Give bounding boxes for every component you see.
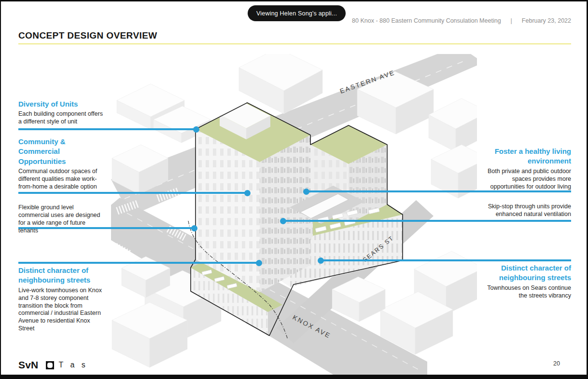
leader-dot-skip-stop [280, 218, 286, 224]
annotation-heading: Distinct character of neighbouring stree… [18, 266, 105, 285]
meeting-date: February 23, 2022 [522, 17, 571, 24]
annotation-body: Skip-stop through units provide enhanced… [483, 203, 571, 218]
leader-dot-distinct-sears [318, 257, 324, 264]
window-border-bottom [0, 375, 588, 379]
header-separator: | [511, 17, 512, 24]
footer-logos: SvN T a s [18, 359, 88, 371]
tas-logo: T a s [46, 361, 87, 369]
annotation-heading: Distinct character of neighbouring stree… [483, 263, 571, 283]
annotation-body: Both private and public outdoor spaces p… [483, 168, 571, 191]
leader-dot-community [244, 190, 251, 196]
annotation-body: Each building component offers a differe… [18, 110, 103, 126]
annotation-flexible-ground-level: Flexible ground level commercial uses ar… [18, 204, 106, 235]
annotation-body: Flexible ground level commercial uses ar… [18, 204, 106, 235]
annotation-diversity-of-units: Diversity of Units Each building compone… [18, 99, 103, 126]
leader-dot-healthy-living [303, 189, 309, 195]
tas-square-icon [46, 361, 54, 369]
annotation-heading: Diversity of Units [18, 99, 103, 109]
annotation-body: Communal outdoor spaces of different qua… [18, 168, 100, 191]
leader-dot-distinct-knox [256, 260, 262, 266]
leader-line-healthy-living [307, 190, 571, 192]
annotation-community-commercial: Community & Commercial Opportunities Com… [18, 137, 100, 191]
leader-line-flexible-ground [18, 227, 195, 229]
window-border-top [0, 0, 588, 1]
meeting-title: 80 Knox - 880 Eastern Community Consulat… [352, 17, 501, 24]
page-number: 20 [553, 360, 560, 367]
header-meta: 80 Knox - 880 Eastern Community Consulat… [352, 17, 571, 24]
annotation-body: Live-work townhouses on Knox and 7-8 sto… [18, 287, 105, 333]
tas-logo-text: T a s [58, 361, 87, 369]
annotation-body: Townhouses on Sears continue the streets… [483, 284, 571, 300]
svn-logo: SvN [18, 359, 38, 371]
annotation-skip-stop-units: Skip-stop through units provide enhanced… [483, 203, 571, 218]
annotation-distinct-character-knox: Distinct character of neighbouring stree… [18, 266, 105, 333]
leader-line-diversity [18, 128, 196, 130]
leader-line-distinct-knox [18, 262, 259, 264]
leader-dot-flexible-ground [191, 225, 197, 231]
leader-line-distinct-sears [321, 259, 571, 261]
viewing-overlay-pill[interactable]: Viewing Helen Song's appli... [248, 5, 346, 21]
concept-illustration: EASTERN AVE SEARS ST KNOX AVE [110, 54, 477, 379]
annotation-distinct-character-sears: Distinct character of neighbouring stree… [483, 263, 571, 300]
viewing-overlay-label: Viewing Helen Song's appli... [256, 10, 337, 17]
page-title: CONCEPT DESIGN OVERVIEW [18, 30, 157, 41]
leader-line-community [18, 192, 248, 194]
title-underline [18, 43, 571, 44]
leader-dot-diversity [193, 126, 199, 133]
window-border-left [0, 0, 1, 379]
leader-line-skip-stop [283, 220, 571, 222]
annotation-heading: Foster a healthy living environment [483, 147, 571, 166]
annotation-healthy-living: Foster a healthy living environment Both… [483, 147, 571, 190]
annotation-heading: Community & Commercial Opportunities [18, 137, 100, 166]
